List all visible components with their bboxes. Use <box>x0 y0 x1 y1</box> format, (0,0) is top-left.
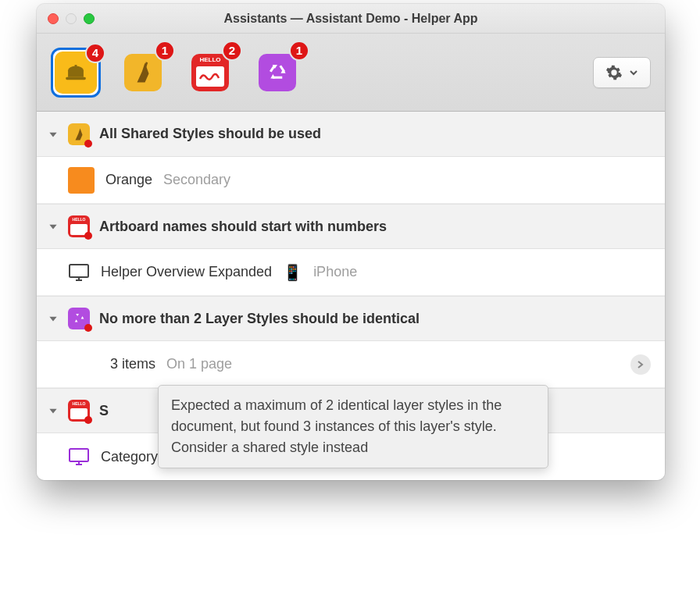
hello-icon: HELLO <box>68 400 90 422</box>
hello-icon: HELLO <box>68 215 90 237</box>
assistants-window: Assistants — Assistant Demo - Helper App… <box>37 4 665 480</box>
color-swatch <box>68 167 95 194</box>
titlebar: Assistants — Assistant Demo - Helper App <box>37 4 665 34</box>
iphone-icon: 📱 <box>283 263 302 282</box>
recycle-icon <box>68 308 90 329</box>
close-window-button[interactable] <box>48 13 59 24</box>
error-dot-icon <box>84 140 92 148</box>
rule-title: No more than 2 Layer Styles should be id… <box>99 311 420 327</box>
assistant-filter-reuse[interactable]: 1 <box>252 48 302 98</box>
svg-rect-4 <box>70 449 88 461</box>
disclosure-down-icon <box>48 221 59 232</box>
error-dot-icon <box>84 232 92 240</box>
rule-title: Artboard names should start with numbers <box>99 219 387 235</box>
rule-header-artboard-names[interactable]: HELLO Artboard names should start with n… <box>37 204 665 249</box>
chevron-down-icon <box>629 68 638 77</box>
assistant-filter-tidy[interactable]: 1 <box>118 48 168 98</box>
hello-icon: HELLO <box>191 54 229 91</box>
badge: 4 <box>85 43 105 63</box>
broom-icon <box>68 123 90 145</box>
window-title: Assistants — Assistant Demo - Helper App <box>37 12 665 26</box>
violation-name: Orange <box>105 172 152 188</box>
disclosure-down-icon <box>48 313 59 324</box>
zoom-window-button[interactable] <box>84 13 95 24</box>
violation-row[interactable]: 3 items On 1 page <box>37 341 665 388</box>
disclosure-down-icon <box>48 405 59 416</box>
artboard-icon <box>68 264 90 281</box>
traffic-lights <box>37 13 95 24</box>
settings-menu-button[interactable] <box>593 57 651 88</box>
minimize-window-button[interactable] <box>66 13 77 24</box>
artboard-icon <box>68 448 90 465</box>
assistant-filter-naming[interactable]: HELLO 2 <box>185 48 235 98</box>
svg-rect-0 <box>75 65 77 68</box>
detail-arrow-button[interactable] <box>630 354 651 375</box>
violation-context: iPhone <box>313 264 357 280</box>
toolbar: 4 1 HELLO 2 <box>37 34 665 112</box>
violation-name: 3 items <box>110 356 155 372</box>
badge: 2 <box>222 41 242 61</box>
disclosure-down-icon <box>48 129 59 140</box>
violation-name: Helper Overview Expanded <box>101 264 272 280</box>
badge: 1 <box>289 41 309 61</box>
error-dot-icon <box>84 416 92 424</box>
rule-header-shared-styles[interactable]: All Shared Styles should be used <box>37 112 665 157</box>
violation-tooltip: Expected a maximum of 2 identical layer … <box>158 385 548 468</box>
rule-title: S <box>99 403 109 419</box>
violation-row[interactable]: Orange Secondary <box>37 157 665 204</box>
violation-row[interactable]: Helper Overview Expanded 📱 iPhone <box>37 249 665 296</box>
arrow-right-icon <box>636 360 645 369</box>
violation-context: Secondary <box>163 172 230 188</box>
error-dot-icon <box>84 324 92 332</box>
rule-title: All Shared Styles should be used <box>99 126 321 142</box>
assistant-filter-all[interactable]: 4 <box>51 48 101 98</box>
svg-rect-3 <box>70 265 88 277</box>
recycle-icon <box>259 54 296 91</box>
svg-rect-1 <box>66 77 86 80</box>
badge: 1 <box>155 41 175 61</box>
violation-context: On 1 page <box>166 356 232 372</box>
gear-icon <box>605 64 623 81</box>
rule-header-identical-styles[interactable]: No more than 2 Layer Styles should be id… <box>37 296 665 341</box>
broom-icon <box>124 54 162 91</box>
